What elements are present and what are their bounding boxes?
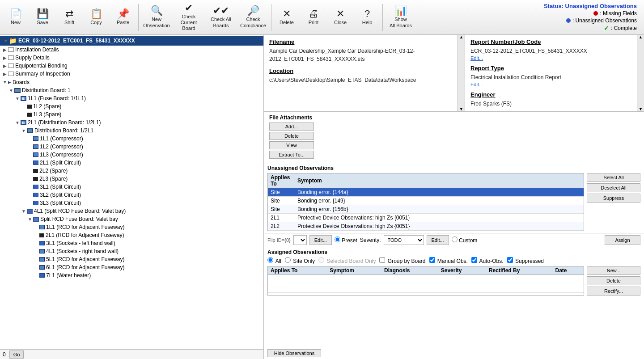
assign-button[interactable]: Assign	[605, 235, 640, 245]
copy-button[interactable]: 📋 Copy	[83, 2, 109, 33]
list-item[interactable]: 3L3 (Split Circuit)	[0, 199, 263, 207]
add-attachment-button[interactable]: Add...	[269, 122, 314, 131]
filter-site-radio[interactable]	[285, 257, 291, 263]
table-row[interactable]: SiteBonding error. {144a}	[268, 188, 584, 197]
list-item[interactable]: 1L2 (Compressor)	[0, 143, 263, 151]
severity-dropdown[interactable]: TODO	[384, 235, 424, 245]
list-item[interactable]: ▶Supply Details	[0, 54, 263, 62]
obs-edit2-button[interactable]: Edit...	[427, 235, 449, 245]
list-item[interactable]: 1L1 (RCD for Adjacent Fuseway)	[0, 223, 263, 231]
list-item[interactable]: ▼Split RCD Fuse Board: Valet bay	[0, 215, 263, 223]
deselect-all-button[interactable]: Deselect All	[587, 183, 640, 192]
meta-scroll-up-btn[interactable]: ▲	[639, 35, 643, 39]
print-button[interactable]: 🖨 Print	[301, 2, 326, 33]
list-item[interactable]: 1L1 (Compressor)	[0, 135, 263, 143]
tree-go-button[interactable]: Go	[9, 351, 24, 359]
suppressed-checkbox[interactable]	[507, 257, 513, 263]
tree-node-label: 2L2 (Spare)	[39, 168, 68, 174]
list-item[interactable]: ▼Distribution Board: 1/2L1	[0, 127, 263, 135]
unassigned-table-container[interactable]: Applies To Symptom SiteBonding error. {1…	[267, 173, 584, 231]
filter-selected-board-label: Selected Board Only	[318, 257, 376, 264]
tree-node-label: 1L1 (Fuse Board: 1/1L1)	[28, 95, 86, 101]
list-item[interactable]: 1L3 (Spare)	[0, 110, 263, 118]
obs-type-dropdown[interactable]	[293, 235, 307, 245]
list-item[interactable]: ▼B1L1 (Fuse Board: 1/1L1)	[0, 94, 263, 102]
obs-edit1-button[interactable]: Edit...	[309, 235, 332, 245]
list-item[interactable]: 3L2 (Split Circuit)	[0, 191, 263, 199]
table-row[interactable]: SiteBonding error. {149}	[268, 197, 584, 205]
list-item[interactable]: ▶Installation Details	[0, 46, 263, 54]
extract-attachment-button[interactable]: Extract To...	[269, 151, 314, 159]
scroll-down-btn[interactable]: ▼	[459, 107, 463, 111]
view-attachment-button[interactable]: View	[269, 141, 314, 149]
list-item[interactable]: 1L2 (Spare)	[0, 102, 263, 110]
filter-all-radio[interactable]	[267, 257, 273, 263]
list-item[interactable]: 1L3 (Compressor)	[0, 151, 263, 159]
suppressed-label[interactable]: Suppressed	[507, 257, 544, 264]
auto-obs-label[interactable]: Auto-Obs.	[471, 257, 504, 264]
table-row[interactable]: SiteBonding error. {156b}	[268, 205, 584, 214]
filter-site-only-label[interactable]: Site Only	[285, 257, 315, 264]
tree-node-label: 3L1 (Split Circuit)	[40, 184, 81, 190]
delete-assigned-button[interactable]: Delete	[587, 276, 640, 285]
manual-obs-label[interactable]: Manual Obs.	[429, 257, 468, 264]
list-item[interactable]: ▼Distribution Board: 1	[0, 86, 263, 94]
paste-button[interactable]: 📌 Paste	[110, 2, 136, 33]
save-button[interactable]: 💾 Save	[30, 2, 55, 33]
list-item[interactable]: 2L2 (Spare)	[0, 167, 263, 175]
preset-radio[interactable]	[335, 237, 340, 242]
expander: ▼	[21, 209, 27, 214]
list-item[interactable]: 7L1 (Water heater)	[0, 271, 263, 279]
rectify-button[interactable]: Rectify...	[587, 287, 640, 296]
table-row[interactable]: 2L2Protective Device Observations: high …	[268, 222, 584, 231]
check-compliance-button[interactable]: 🔎 CheckCompliance	[237, 2, 269, 33]
manual-obs-checkbox[interactable]	[429, 257, 435, 263]
report-number-edit[interactable]: Edit...	[470, 55, 483, 61]
list-item[interactable]: ▶Equipotential Bonding	[0, 62, 263, 70]
list-item[interactable]: 5L1 (RCD for Adjacent Fuseway)	[0, 255, 263, 263]
right-panel[interactable]: Filename Xample Car Dealership_Xample Ca…	[264, 35, 644, 359]
help-button[interactable]: ? Help	[354, 2, 380, 33]
tree-node-label: Distribution Board: 1	[22, 87, 71, 93]
report-type-edit[interactable]: Edit...	[470, 82, 483, 87]
new-assigned-button[interactable]: New...	[587, 266, 640, 275]
filter-all-label[interactable]: All	[267, 257, 281, 264]
scroll-up-btn[interactable]: ▲	[459, 35, 463, 39]
close-button[interactable]: ✕ Close	[327, 2, 353, 33]
show-all-boards-button[interactable]: 📊 ShowAll Boards	[385, 2, 416, 33]
meta-left-scroll[interactable]: ▲ ▼	[458, 35, 465, 111]
list-item[interactable]: ▼B2L1 (Distribution Board: 1/2L1)	[0, 118, 263, 127]
hide-observations-button[interactable]: Hide Observations	[267, 349, 321, 357]
unassigned-section: Unassigned Observations Applies To Sympt…	[264, 163, 644, 233]
list-item[interactable]: ▼4L1 (Split RCD Fuse Board: Valet bay)	[0, 207, 263, 215]
group-by-board-checkbox[interactable]	[379, 257, 385, 263]
auto-obs-checkbox[interactable]	[471, 257, 477, 263]
suppress-button[interactable]: Suppress	[587, 194, 640, 203]
list-item[interactable]: 3L1 (Sockets - left hand wall)	[0, 239, 263, 247]
list-item[interactable]: 2L1 (Split Circuit)	[0, 159, 263, 167]
tree-scroll[interactable]: ▼ 📁 ECR_03-12-2012_ETC001_FS_58431_XXXXX…	[0, 35, 263, 349]
list-item[interactable]: 4L1 (Sockets - right hand wall)	[0, 247, 263, 255]
check-all-boards-button[interactable]: ✔✔ Check AllBoards	[205, 2, 237, 33]
custom-radio[interactable]	[452, 237, 458, 242]
list-item[interactable]: 6L1 (RCD for Adjacent Fuseway)	[0, 263, 263, 271]
assigned-table-container[interactable]: Applies To Symptom Diagnosis Severity Re…	[267, 266, 584, 296]
select-all-button[interactable]: Select All	[587, 173, 640, 182]
tree-root[interactable]: ▼ 📁 ECR_03-12-2012_ETC001_FS_58431_XXXXX…	[0, 36, 263, 46]
check-current-board-button[interactable]: ✔ Check CurrentBoard	[173, 2, 204, 33]
list-item[interactable]: 2L3 (Spare)	[0, 175, 263, 183]
list-item[interactable]: ▼▸Boards	[0, 78, 263, 86]
group-by-board-label[interactable]: Group by Board	[379, 257, 425, 264]
new-button[interactable]: 📄 New	[3, 2, 29, 33]
delete-attachment-button[interactable]: Delete	[269, 132, 314, 140]
meta-right-scroll[interactable]: ▲ ▼	[637, 35, 644, 111]
new-observation-button[interactable]: 🔍 NewObservation	[141, 2, 172, 33]
table-row[interactable]: 2L1Protective Device Observations: high …	[268, 214, 584, 222]
shift-button[interactable]: ⇄ Shift	[56, 2, 82, 33]
tree-node-label: 4L1 (Split RCD Fuse Board: Valet bay)	[34, 208, 126, 214]
meta-scroll-down-btn[interactable]: ▼	[639, 107, 643, 111]
list-item[interactable]: ▶Summary of Inspection	[0, 70, 263, 78]
delete-button[interactable]: ✕ Delete	[274, 2, 300, 33]
list-item[interactable]: 3L1 (Split Circuit)	[0, 183, 263, 191]
list-item[interactable]: 2L1 (RCD for Adjacent Fuseway)	[0, 231, 263, 239]
